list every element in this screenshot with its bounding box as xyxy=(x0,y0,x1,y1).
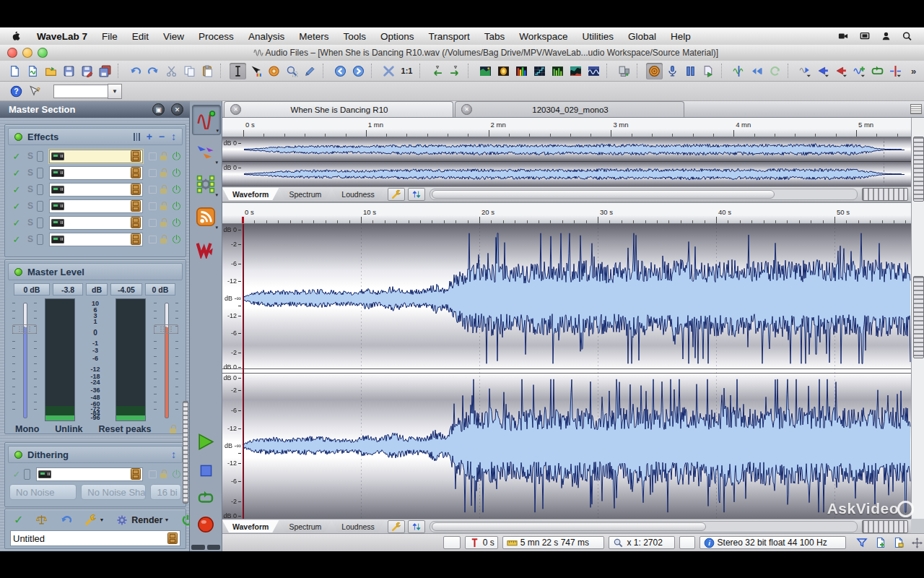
zoom-arrow-left-icon[interactable] xyxy=(429,63,445,79)
monitor-icon[interactable] xyxy=(646,63,663,79)
menu-item-transport[interactable]: Transport xyxy=(421,31,476,42)
dither-bypass-toggle[interactable] xyxy=(24,469,30,480)
playhead-cursor[interactable] xyxy=(243,224,244,519)
document-tab-1[interactable]: ✕When She is Dancing R10 xyxy=(224,101,453,117)
effect-solo-button[interactable]: S xyxy=(24,201,37,211)
view-tab-waveform[interactable]: Waveform xyxy=(222,520,279,532)
menu-app-name[interactable]: WaveLab 7 xyxy=(30,31,95,42)
zoom-arrow-right-icon[interactable] xyxy=(447,63,463,79)
view-settings-wrench-button[interactable] xyxy=(388,188,405,201)
cursors-button[interactable]: ▾ xyxy=(192,137,219,166)
level-value-box-3[interactable]: -4.05 xyxy=(110,283,142,296)
effect-power-icon[interactable] xyxy=(172,152,181,161)
menu-item-utilities[interactable]: Utilities xyxy=(575,31,622,42)
effect-plugin-combobox[interactable] xyxy=(49,150,143,163)
copy-icon[interactable] xyxy=(181,63,198,79)
meter-4-icon[interactable] xyxy=(531,63,548,79)
status-segment-3[interactable]: x 1: 2702 xyxy=(609,536,674,549)
effects-remove-button[interactable]: − xyxy=(159,133,165,140)
overview-ruler[interactable]: 0 s1 mn2 mn3 mn4 mn5 mn xyxy=(222,118,911,137)
display-icon[interactable] xyxy=(859,31,871,41)
paste-icon[interactable] xyxy=(199,63,216,79)
overflow-icon[interactable]: » xyxy=(905,63,922,79)
effect-power-icon[interactable] xyxy=(172,168,181,178)
menu-item-global[interactable]: Global xyxy=(621,31,663,42)
apply-check-icon[interactable]: ✓ xyxy=(14,513,23,527)
unlink-button[interactable]: Unlink xyxy=(55,424,82,434)
x-tool-icon[interactable] xyxy=(380,63,397,79)
menu-item-meters[interactable]: Meters xyxy=(292,31,336,42)
menu-item-tools[interactable]: Tools xyxy=(336,31,373,42)
view-tab-loudness[interactable]: Loudness xyxy=(331,520,385,532)
reset-peaks-button[interactable]: Reset peaks xyxy=(99,424,152,434)
drop-wave-icon[interactable] xyxy=(797,63,814,79)
menu-item-edit[interactable]: Edit xyxy=(125,31,156,42)
view-tab-spectrum[interactable]: Spectrum xyxy=(279,520,331,532)
dither-noise-shaping-button[interactable]: No Noise Shap xyxy=(81,484,146,500)
effect-enable-check[interactable]: ✓ xyxy=(9,217,24,228)
menu-item-analysis[interactable]: Analysis xyxy=(241,31,292,42)
mic-icon[interactable] xyxy=(664,63,681,79)
drop-splice-icon[interactable] xyxy=(887,63,904,79)
view-tab-spectrum[interactable]: Spectrum xyxy=(279,188,331,200)
menu-item-tabs[interactable]: Tabs xyxy=(477,31,513,42)
horizontal-scrollbar[interactable] xyxy=(430,189,858,200)
combobox-dropdown-button[interactable]: ▼ xyxy=(108,84,122,99)
layout-icon[interactable] xyxy=(616,63,632,79)
effects-routing-icon[interactable] xyxy=(134,133,140,141)
meter-1-icon[interactable] xyxy=(477,63,494,79)
master-scrollbar[interactable] xyxy=(183,296,188,513)
preset-field[interactable]: Untitled xyxy=(10,530,180,546)
undo-icon[interactable] xyxy=(127,63,144,79)
redo-icon[interactable] xyxy=(145,63,162,79)
left-fader[interactable] xyxy=(12,298,37,421)
effect-bypass-toggle[interactable] xyxy=(37,151,43,162)
status-segment-5[interactable]: iStereo 32 bit float 44 100 Hz xyxy=(699,536,847,549)
level-value-box-1[interactable]: -3.8 xyxy=(53,283,83,296)
drop-wave-plus-icon[interactable] xyxy=(851,63,868,79)
zoom-glass-icon[interactable] xyxy=(284,63,300,79)
level-value-box-2[interactable]: dB xyxy=(86,283,108,296)
close-window-button[interactable] xyxy=(7,48,17,58)
time-select-icon[interactable] xyxy=(230,63,246,79)
effect-plugin-combobox[interactable] xyxy=(49,233,143,246)
effect-bypass-toggle[interactable] xyxy=(37,234,43,245)
wave-mark-icon[interactable] xyxy=(731,63,747,79)
pencil-icon[interactable] xyxy=(302,63,318,79)
level-value-box-0[interactable]: 0 dB xyxy=(14,283,50,296)
menu-item-view[interactable]: View xyxy=(156,31,191,42)
meter-7-icon[interactable] xyxy=(585,63,602,79)
undo-icon[interactable] xyxy=(60,514,72,526)
view-tab-waveform[interactable]: Waveform xyxy=(222,188,279,200)
pause-icon[interactable] xyxy=(682,63,699,79)
apple-menu[interactable] xyxy=(10,30,21,42)
preset-combobox[interactable]: ▼ xyxy=(53,84,122,99)
dither-plugin-combobox[interactable] xyxy=(36,467,143,481)
overview-vscrollbar[interactable] xyxy=(911,118,924,202)
refresh-icon[interactable] xyxy=(767,63,783,79)
right-fader[interactable] xyxy=(154,298,178,421)
batch-processor-button[interactable]: ▾ xyxy=(192,170,219,199)
mono-button[interactable]: Mono xyxy=(15,424,39,434)
effect-enable-check[interactable]: ✓ xyxy=(9,234,24,245)
wavelab-logo-button[interactable] xyxy=(192,235,219,264)
effect-plugin-combobox[interactable] xyxy=(49,166,143,180)
zoom-window-button[interactable] xyxy=(38,48,48,58)
menu-item-workspace[interactable]: Workspace xyxy=(512,31,575,42)
effect-enable-check[interactable]: ✓ xyxy=(9,151,24,162)
overview-waveform[interactable]: dB 0 dB 0 xyxy=(222,137,911,186)
help-pointer-icon[interactable]: ? xyxy=(26,83,43,100)
meter-5-icon[interactable] xyxy=(549,63,566,79)
effect-power-icon[interactable] xyxy=(172,185,181,194)
meter-6-icon[interactable] xyxy=(567,63,584,79)
menu-item-process[interactable]: Process xyxy=(191,31,241,42)
tab-close-icon[interactable]: ✕ xyxy=(230,104,241,115)
effect-solo-button[interactable]: S xyxy=(24,184,37,194)
effect-power-icon[interactable] xyxy=(172,202,181,211)
zoom-slider[interactable] xyxy=(862,520,908,533)
effect-power-icon[interactable] xyxy=(172,218,181,228)
save-icon[interactable] xyxy=(61,63,77,79)
transport-loop-button[interactable] xyxy=(194,486,217,509)
effect-bypass-toggle[interactable] xyxy=(37,168,43,178)
compare-icon[interactable] xyxy=(35,514,48,526)
